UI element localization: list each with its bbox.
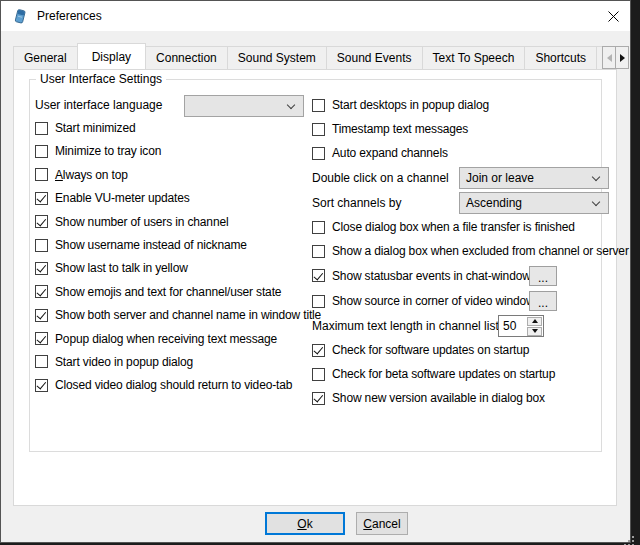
checkbox-label: Show emojis and text for channel/user st… [55,285,281,299]
tab[interactable]: Connection [145,46,228,69]
checkbox-label: Show new version available in dialog box [332,391,545,405]
cancel-button[interactable]: Cancel [356,512,408,535]
checkbox[interactable] [312,295,325,308]
checkbox-row[interactable]: Popup dialog when receiving text message [35,327,312,350]
checkbox[interactable] [35,122,48,135]
close-button[interactable] [596,1,630,31]
checkbox[interactable] [35,145,48,158]
double-click-row: Double click on a channel Join or leave [312,165,616,190]
tab-scroll-left-button[interactable] [602,46,616,69]
checkbox[interactable] [312,392,325,405]
checkbox-row[interactable]: Show emojis and text for channel/user st… [35,280,312,303]
checkbox-row[interactable]: Always on top [35,163,312,186]
checkbox[interactable] [35,309,48,322]
checkbox[interactable] [312,245,325,258]
checkbox-row[interactable]: Check for software updates on startup [312,338,616,362]
right-mid-checkbox-list: Close dialog box when a file transfer is… [312,215,616,263]
checkbox[interactable] [312,123,325,136]
checkbox[interactable] [35,215,48,228]
checkbox-label: Closed video dialog should return to vid… [55,378,292,392]
tab[interactable]: General [13,46,78,69]
checkbox[interactable] [312,221,325,234]
checkbox[interactable] [35,262,48,275]
checkbox-row[interactable]: Start video in popup dialog [35,350,312,373]
checkbox-row[interactable]: Check for beta software updates on start… [312,362,616,386]
arrow-down-icon [532,329,538,333]
titlebar: Preferences [1,1,630,31]
checkbox[interactable] [312,344,325,357]
checkbox-row[interactable]: Start desktops in popup dialog [312,93,616,117]
checkbox[interactable] [35,239,48,252]
tab-scroll-right-button[interactable] [615,46,629,69]
checkbox[interactable] [35,379,48,392]
checkbox-label: Enable VU-meter updates [55,191,190,205]
checkbox[interactable] [35,285,48,298]
statusbar-events-row[interactable]: Show statusbar events in chat-window ... [312,263,616,288]
max-text-length-spinbox[interactable]: 50 [498,315,544,337]
checkbox[interactable] [35,355,48,368]
tab-label: Shortcuts [535,51,586,65]
tab[interactable]: Shortcuts [524,46,597,69]
statusbar-events-ellipsis-button[interactable]: ... [529,266,557,286]
tab[interactable]: Text To Speech [422,46,526,69]
tab-bar: General Display Connection Sound System … [13,41,629,69]
checkbox-row[interactable]: Show last to talk in yellow [35,257,312,280]
checkbox-row[interactable]: Auto expand channels [312,141,616,165]
checkbox-label: Start minimized [55,121,135,135]
double-click-combobox[interactable]: Join or leave [459,167,609,189]
sort-channels-row: Sort channels by Ascending [312,190,616,215]
app-icon [12,8,28,24]
resize-grip[interactable] [624,536,626,538]
sort-channels-value: Ascending [466,196,522,210]
checkbox[interactable] [35,168,48,181]
chevron-down-icon [592,197,600,205]
checkbox[interactable] [35,332,48,345]
spin-up-button[interactable] [527,317,542,326]
max-text-length-label: Maximum text length in channel list [312,319,499,333]
tab-label: Text To Speech [433,51,515,65]
checkbox-row[interactable]: Close dialog box when a file transfer is… [312,215,616,239]
ok-button[interactable]: Ok [265,512,345,535]
checkbox-label: Check for software updates on startup [332,343,529,357]
spin-down-button[interactable] [527,327,542,336]
checkbox-label: Close dialog box when a file transfer is… [332,220,575,234]
tab-label: Sound System [238,51,316,65]
tab[interactable]: Sound System [227,46,327,69]
checkbox-row[interactable]: Show both server and channel name in win… [35,304,312,327]
checkbox-row[interactable]: Show new version available in dialog box [312,386,616,410]
double-click-value: Join or leave [466,171,534,185]
checkbox-label: Show source in corner of video window [332,294,535,308]
checkbox-row[interactable]: Show number of users in channel [35,210,312,233]
checkbox-label: Show username instead of nickname [55,238,247,252]
close-icon [608,11,619,22]
language-label: User interface language [35,98,162,112]
checkbox-row[interactable]: Show a dialog box when excluded from cha… [312,239,616,263]
checkbox-label: Show statusbar events in chat-window [332,269,531,283]
preferences-dialog: Preferences General Display Connection S… [0,0,631,543]
checkbox-label: Popup dialog when receiving text message [55,332,277,346]
checkbox-label: Start video in popup dialog [55,355,193,369]
checkbox[interactable] [35,192,48,205]
checkbox-label: Auto expand channels [332,146,448,160]
checkbox[interactable] [312,99,325,112]
tab[interactable]: Sound Events [326,46,423,69]
checkbox-row[interactable]: Enable VU-meter updates [35,187,312,210]
checkbox[interactable] [312,269,325,282]
sort-channels-combobox[interactable]: Ascending [459,192,609,214]
checkbox-label: Check for beta software updates on start… [332,367,555,381]
checkbox-row[interactable]: Start minimized [35,116,312,139]
chevron-down-icon [592,172,600,180]
video-source-ellipsis-button[interactable]: ... [529,291,557,311]
left-checkbox-list: Start minimized Minimize to tray icon Al… [35,116,312,397]
tab[interactable]: Display [77,43,146,69]
max-text-length-row: Maximum text length in channel list 50 [312,314,616,338]
checkbox-row[interactable]: Show username instead of nickname [35,233,312,256]
checkbox-row[interactable]: Timestamp text messages [312,117,616,141]
checkbox[interactable] [312,368,325,381]
checkbox-row[interactable]: Closed video dialog should return to vid… [35,374,312,397]
language-combobox[interactable] [184,95,304,117]
checkbox-label: Show last to talk in yellow [55,261,188,275]
checkbox[interactable] [312,147,325,160]
video-source-row[interactable]: Show source in corner of video window ..… [312,288,616,314]
checkbox-row[interactable]: Minimize to tray icon [35,140,312,163]
